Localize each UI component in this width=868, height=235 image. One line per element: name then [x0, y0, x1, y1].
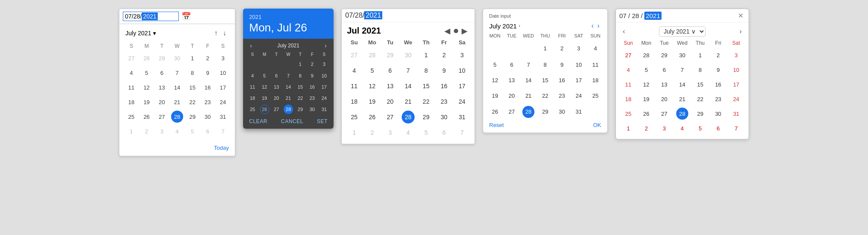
table-row[interactable]: 4 [169, 124, 184, 139]
table-row[interactable]: 31 [727, 106, 745, 121]
table-row[interactable]: 29 [381, 47, 399, 63]
table-row[interactable]: 5 [139, 65, 154, 80]
table-row[interactable]: 28 [363, 47, 381, 63]
table-row[interactable]: 2 [306, 58, 318, 70]
table-row[interactable]: 4 [673, 121, 691, 136]
cal4-month-label[interactable]: July 2021 › [489, 22, 590, 30]
table-row[interactable]: 3 [570, 40, 587, 57]
cal5-input-text[interactable]: 07 / 28 / 2021 [619, 12, 736, 19]
cal3-month-label[interactable]: Jul 2021 [347, 26, 443, 36]
table-row[interactable]: 30 [553, 103, 570, 120]
table-row[interactable]: 11 [619, 77, 637, 92]
table-row[interactable]: 22 [185, 95, 200, 109]
table-row[interactable]: 13 [503, 72, 520, 88]
table-row[interactable]: 31 [570, 103, 587, 120]
table-row[interactable]: 6 [381, 63, 399, 78]
table-row[interactable]: 8 [691, 62, 709, 77]
table-row[interactable]: 6 [435, 125, 453, 140]
cal4-prev-btn[interactable]: ‹ [590, 22, 595, 30]
table-row[interactable]: 21 [673, 92, 691, 106]
table-row[interactable]: 17 [318, 81, 330, 93]
table-row[interactable]: 27 [345, 47, 363, 63]
table-row[interactable] [520, 40, 537, 57]
table-row[interactable]: 7 [169, 65, 184, 80]
table-row[interactable]: 19 [487, 88, 503, 103]
cal1-today-button[interactable]: Today [214, 145, 229, 151]
table-row[interactable]: 5 [487, 57, 503, 72]
table-row[interactable]: 31 [453, 109, 471, 125]
table-row[interactable]: 23 [553, 88, 570, 103]
table-row[interactable]: 7 [727, 121, 745, 136]
table-row[interactable]: 1 [691, 48, 709, 62]
cal2-cancel-btn[interactable]: CANCEL [281, 118, 303, 124]
table-row[interactable] [503, 40, 520, 57]
table-row[interactable]: 14 [169, 80, 184, 95]
table-row[interactable]: 26 [637, 106, 656, 121]
table-row[interactable]: 17 [453, 78, 471, 94]
table-row[interactable]: 21 [282, 93, 294, 104]
table-row[interactable]: 12 [139, 80, 154, 95]
table-row[interactable]: 27 [270, 104, 282, 115]
table-row[interactable]: 30 [169, 51, 184, 65]
table-row[interactable]: 29 [154, 51, 169, 65]
table-row[interactable]: 10 [570, 57, 587, 72]
table-row[interactable]: 16 [306, 81, 318, 93]
table-row[interactable]: 12 [259, 81, 271, 93]
table-row[interactable]: 24 [318, 93, 330, 104]
table-row[interactable]: 17 [570, 72, 587, 88]
table-row[interactable]: 17 [215, 80, 231, 95]
table-row[interactable]: 29 [185, 109, 200, 124]
table-row[interactable]: 11 [124, 80, 139, 95]
table-row[interactable]: 3 [154, 124, 169, 139]
table-row[interactable]: 27 [381, 109, 399, 125]
table-row[interactable]: 27 [154, 109, 169, 124]
table-row[interactable]: 30 [673, 48, 691, 62]
table-row[interactable]: 7 [673, 62, 691, 77]
table-row[interactable]: 28 [139, 51, 154, 65]
table-row[interactable]: 30 [435, 109, 453, 125]
table-row[interactable]: 19 [139, 95, 154, 109]
table-row[interactable] [587, 103, 604, 120]
table-row[interactable]: 2 [200, 51, 215, 65]
table-row[interactable]: 30 [709, 106, 727, 121]
table-row[interactable]: 27 [655, 106, 673, 121]
table-row[interactable]: 23 [435, 94, 453, 109]
cal4-reset-button[interactable]: Reset [489, 122, 504, 128]
table-row[interactable]: 3 [215, 51, 231, 65]
table-row[interactable]: 15 [294, 81, 306, 93]
table-row[interactable]: 30 [399, 47, 417, 63]
table-row[interactable]: 18 [587, 72, 604, 88]
table-row[interactable]: 1 [294, 58, 306, 70]
cal5-month-select[interactable]: July 2021 ∨ [659, 26, 706, 37]
table-row[interactable]: 13 [270, 81, 282, 93]
table-row[interactable]: 2 [637, 121, 656, 136]
table-row[interactable]: 9 [306, 70, 318, 81]
table-row[interactable]: 29 [691, 106, 709, 121]
table-row[interactable]: 7 [215, 124, 231, 139]
table-row[interactable]: 26 [487, 103, 503, 120]
cal4-ok-button[interactable]: OK [593, 122, 601, 128]
table-row[interactable]: 24 [453, 94, 471, 109]
table-row[interactable]: 2 [553, 40, 570, 57]
table-row[interactable]: 19 [363, 94, 381, 109]
calendar-icon[interactable]: 📅 [181, 12, 191, 21]
table-row[interactable]: 4 [124, 65, 139, 80]
table-row[interactable]: 7 [399, 63, 417, 78]
table-row[interactable]: 6 [154, 65, 169, 80]
table-row[interactable]: 20 [381, 94, 399, 109]
table-row[interactable]: 25 [587, 88, 604, 103]
cal5-next-btn[interactable]: › [738, 28, 743, 35]
table-row[interactable]: 7 [520, 57, 537, 72]
table-row[interactable]: 13 [381, 78, 399, 94]
table-row[interactable]: 11 [247, 81, 259, 93]
table-row[interactable]: 10 [453, 63, 471, 78]
table-row[interactable]: 7 [282, 70, 294, 81]
table-row[interactable]: 11 [345, 78, 363, 94]
table-row[interactable]: 20 [655, 92, 673, 106]
table-row[interactable]: 20 [503, 88, 520, 103]
table-row[interactable]: 23 [306, 93, 318, 104]
cal2-set-btn[interactable]: SET [317, 118, 328, 124]
cal2-prev-btn[interactable]: ‹ [248, 42, 254, 49]
table-row[interactable]: 27 [619, 48, 637, 62]
table-row[interactable]: 1 [619, 121, 637, 136]
